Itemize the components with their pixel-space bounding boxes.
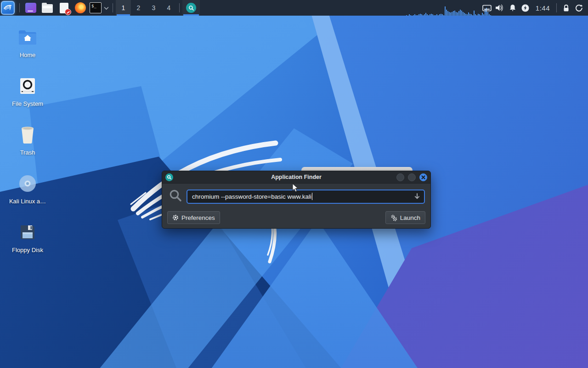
hard-disk-icon <box>19 77 36 95</box>
workspace-4[interactable]: 4 <box>161 0 176 16</box>
workspace-2[interactable]: 2 <box>131 0 146 16</box>
mouse-cursor <box>292 183 299 193</box>
search-icon <box>169 189 182 204</box>
floppy-disk-icon <box>19 224 36 241</box>
application-finder-window: Application Finder chromium --password-s… <box>162 171 431 229</box>
volume-tray-button[interactable] <box>493 0 506 16</box>
application-finder-icon <box>186 3 196 13</box>
kali-logo-icon <box>3 2 12 13</box>
close-icon <box>421 175 425 179</box>
desktop-icon-label: Kali Linux a… <box>6 198 50 205</box>
panel-separator <box>556 3 557 12</box>
clock[interactable]: 1:44 <box>532 4 554 12</box>
arrow-down-icon <box>414 193 420 200</box>
logout-icon <box>575 4 583 12</box>
dashboard-icon <box>25 3 36 13</box>
notification-bell-icon <box>509 4 516 12</box>
text-editor-launcher[interactable] <box>57 1 71 15</box>
volume-icon <box>495 4 504 12</box>
workspace-1[interactable]: 1 <box>116 0 131 16</box>
power-manager-icon <box>521 4 529 12</box>
applications-menu-button[interactable] <box>1 1 15 15</box>
desktop-icon-file-system[interactable]: File System <box>6 75 50 107</box>
command-input[interactable]: chromium --password-store=basic www.kali <box>187 190 425 204</box>
power-manager-tray-button[interactable] <box>519 0 532 16</box>
panel-separator <box>113 3 113 12</box>
terminal-icon: $_ <box>90 2 102 13</box>
preferences-button[interactable]: Preferences <box>167 211 220 224</box>
logout-button[interactable] <box>572 0 585 16</box>
file-manager-launcher[interactable] <box>40 1 54 15</box>
preferences-label: Preferences <box>181 214 215 221</box>
desktop: Home File System Trash Kali Linux a… Flo… <box>0 16 588 368</box>
taskbar-application-finder-button[interactable] <box>182 0 200 16</box>
dashboard-launcher[interactable] <box>24 1 38 15</box>
desktop-icon-label: Trash <box>6 149 50 156</box>
trash-icon <box>19 126 36 144</box>
terminal-launcher[interactable]: $_ <box>90 2 109 13</box>
panel-separator <box>179 3 180 12</box>
close-button[interactable] <box>419 173 427 181</box>
desktop-icon-trash[interactable]: Trash <box>6 124 50 156</box>
desktop-icon-kali-linux-cd[interactable]: Kali Linux a… <box>6 173 50 205</box>
lock-screen-button[interactable] <box>560 0 572 16</box>
chevron-down-icon[interactable] <box>104 4 109 12</box>
lock-icon <box>563 4 570 12</box>
history-dropdown-button[interactable] <box>414 193 420 202</box>
desktop-icon-label: Home <box>6 52 50 58</box>
desktop-icon-floppy-disk[interactable]: Floppy Disk <box>6 222 50 253</box>
home-folder-icon <box>18 29 37 46</box>
firefox-launcher[interactable] <box>74 1 87 15</box>
keyboard-icon <box>482 5 492 12</box>
gear-icon <box>172 214 179 221</box>
launch-label: Launch <box>400 214 420 221</box>
cpu-graph[interactable] <box>402 0 481 16</box>
desktop-icon-label: File System <box>6 100 50 107</box>
desktop-icon-home[interactable]: Home <box>6 27 50 58</box>
maximize-button[interactable] <box>408 173 416 181</box>
file-manager-icon <box>42 4 53 13</box>
titlebar[interactable]: Application Finder <box>162 171 430 184</box>
top-panel: $_ 1 2 3 4 1:44 <box>0 0 588 16</box>
launch-button[interactable]: Launch <box>385 211 425 224</box>
panel-separator <box>19 3 20 12</box>
command-input-value: chromium --password-store=basic www.kali <box>192 193 311 200</box>
desktop-icon-label: Floppy Disk <box>6 247 50 253</box>
workspace-switcher: 1 2 3 4 <box>116 0 176 16</box>
text-editor-icon <box>60 3 68 13</box>
run-gears-icon <box>390 214 397 221</box>
text-caret <box>312 193 313 200</box>
keyboard-tray-button[interactable] <box>481 0 493 16</box>
minimize-button[interactable] <box>396 173 404 181</box>
cd-disc-icon <box>18 174 37 193</box>
workspace-3[interactable]: 3 <box>146 0 161 16</box>
firefox-icon <box>75 2 86 13</box>
notifications-tray-button[interactable] <box>506 0 519 16</box>
window-title: Application Finder <box>162 174 430 180</box>
